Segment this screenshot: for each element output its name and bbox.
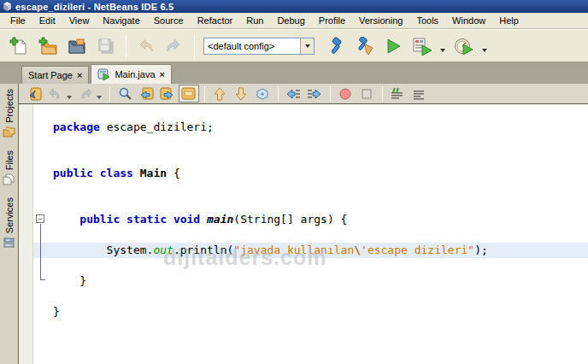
debug-project-button[interactable] xyxy=(410,34,434,58)
save-all-button[interactable] xyxy=(94,34,118,58)
fold-guide-line xyxy=(40,224,45,280)
new-project-button[interactable] xyxy=(36,34,60,58)
toggle-bookmark-button[interactable] xyxy=(252,85,273,103)
highlight-search-icon xyxy=(181,87,197,101)
clean-build-project-button[interactable] xyxy=(352,34,376,58)
watermark: dijitalders.com xyxy=(163,250,326,265)
menu-tools[interactable]: Tools xyxy=(409,14,445,27)
code-line[interactable]: } xyxy=(33,304,588,320)
toolbar-separator xyxy=(204,86,205,102)
files-icon xyxy=(3,173,15,185)
editor-tab-row: Start Page × Main.java × xyxy=(0,62,588,84)
record-macro-icon xyxy=(338,87,352,101)
save-all-icon xyxy=(97,37,115,56)
config-dropdown-button[interactable] xyxy=(300,38,314,54)
menu-help[interactable]: Help xyxy=(492,14,526,27)
menu-view[interactable]: View xyxy=(62,14,97,27)
java-class-icon xyxy=(97,68,110,80)
sidebar-tab-projects[interactable]: Projects xyxy=(3,87,15,140)
debug-project-icon xyxy=(412,37,432,56)
code-line[interactable] xyxy=(33,181,588,197)
menubar: File Edit View Navigate Source Refactor … xyxy=(0,13,588,29)
code-line[interactable]: } xyxy=(33,273,588,289)
last-edit-position-button[interactable] xyxy=(24,85,44,103)
netbeans-window: escape_dizileri - NetBeans IDE 6.5 File … xyxy=(0,0,588,364)
menu-versioning[interactable]: Versioning xyxy=(352,14,409,27)
tab-main-java[interactable]: Main.java × xyxy=(91,64,172,84)
menu-source[interactable]: Source xyxy=(147,14,191,27)
menu-file[interactable]: File xyxy=(3,14,32,27)
open-project-button[interactable] xyxy=(65,34,89,58)
toolbar-separator xyxy=(109,86,110,102)
next-bookmark-button[interactable] xyxy=(231,85,251,103)
menu-debug[interactable]: Debug xyxy=(270,14,311,27)
profile-project-icon xyxy=(454,37,474,56)
comment-icon xyxy=(390,87,405,101)
code-line[interactable]: public class Main { xyxy=(33,166,588,181)
undo-icon xyxy=(136,37,155,56)
code-line[interactable] xyxy=(33,289,588,304)
close-icon[interactable]: × xyxy=(160,70,165,79)
clean-build-icon xyxy=(355,37,373,56)
menu-window[interactable]: Window xyxy=(445,14,492,27)
forward-button[interactable] xyxy=(75,85,96,103)
run-project-button[interactable] xyxy=(381,34,405,58)
uncomment-button[interactable] xyxy=(409,85,429,103)
profile-project-button[interactable] xyxy=(452,34,476,58)
code-fold-toggle[interactable]: − xyxy=(36,214,44,223)
find-button[interactable] xyxy=(115,85,135,103)
sidebar-tab-label: Projects xyxy=(4,89,15,123)
config-combobox[interactable]: <default config> xyxy=(203,38,315,55)
find-icon xyxy=(118,86,132,101)
debug-dropdown-caret-icon[interactable] xyxy=(440,49,445,52)
stop-macro-icon xyxy=(360,87,373,101)
comment-button[interactable] xyxy=(387,85,408,103)
new-file-button[interactable] xyxy=(7,34,31,58)
sidebar-tab-label: Files xyxy=(4,150,15,170)
stop-macro-button[interactable] xyxy=(356,85,377,103)
code-line[interactable]: public static void main(String[] args) { xyxy=(33,212,588,227)
code-line[interactable] xyxy=(33,150,588,166)
toggle-highlight-search-button[interactable] xyxy=(179,85,199,103)
profile-dropdown-caret-icon[interactable] xyxy=(482,49,487,52)
previous-bookmark-button[interactable] xyxy=(209,85,230,103)
shift-left-button[interactable] xyxy=(283,85,303,103)
editor-toolbar xyxy=(19,84,588,104)
close-icon[interactable]: × xyxy=(77,71,82,79)
tab-start-page[interactable]: Start Page × xyxy=(21,66,89,84)
tab-label: Main.java xyxy=(115,69,155,79)
glyph-margin[interactable] xyxy=(19,104,33,364)
shift-right-button[interactable] xyxy=(304,85,325,103)
menu-refactor[interactable]: Refactor xyxy=(191,14,240,27)
find-previous-icon xyxy=(138,87,154,101)
code-editor[interactable]: package escape_dizileri;public class Mai… xyxy=(33,104,588,364)
netbeans-logo-icon xyxy=(3,2,12,11)
code-line[interactable]: package escape_dizileri; xyxy=(33,120,588,135)
toolbar-separator xyxy=(126,35,126,57)
toolbar-separator xyxy=(278,86,279,102)
titlebar[interactable]: escape_dizileri - NetBeans IDE 6.5 xyxy=(0,0,588,13)
sidebar-tab-files[interactable]: Files xyxy=(3,149,15,187)
sidebar-tab-services[interactable]: Services xyxy=(3,196,15,250)
find-next-button[interactable] xyxy=(157,85,178,103)
menu-edit[interactable]: Edit xyxy=(32,14,62,27)
find-previous-button[interactable] xyxy=(136,85,156,103)
menu-navigate[interactable]: Navigate xyxy=(96,14,146,27)
find-next-icon xyxy=(160,87,175,101)
code-line[interactable] xyxy=(33,135,588,150)
record-macro-button[interactable] xyxy=(335,85,356,103)
redo-button[interactable] xyxy=(162,34,186,58)
forward-dropdown-caret-icon[interactable] xyxy=(97,96,102,99)
menu-profile[interactable]: Profile xyxy=(312,14,352,27)
sidebar-tab-label: Services xyxy=(4,197,15,233)
code-line[interactable] xyxy=(33,104,588,120)
toolbar-separator xyxy=(382,86,383,102)
projects-icon xyxy=(3,126,15,138)
code-line[interactable] xyxy=(33,227,588,243)
code-line[interactable] xyxy=(33,197,588,212)
back-button[interactable] xyxy=(45,85,66,103)
build-project-button[interactable] xyxy=(323,34,347,58)
undo-button[interactable] xyxy=(133,34,157,58)
menu-run[interactable]: Run xyxy=(239,14,270,27)
back-dropdown-caret-icon[interactable] xyxy=(67,96,72,99)
